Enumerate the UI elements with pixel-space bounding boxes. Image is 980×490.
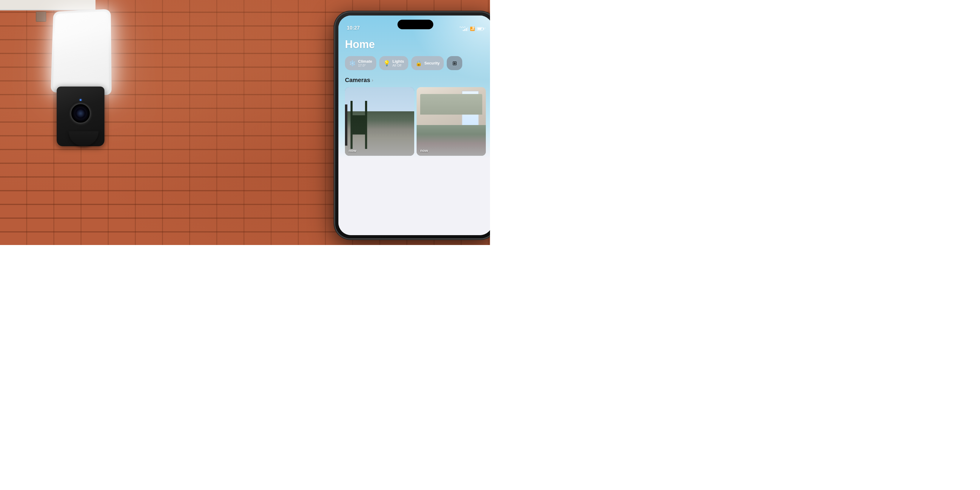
more-icon[interactable]: ···: [481, 24, 486, 31]
camera-lens: [70, 103, 91, 124]
climate-btn-text: Climate 17.0°: [358, 59, 372, 67]
camera-light-panel: [51, 9, 111, 95]
cam-sky: [345, 87, 414, 115]
climate-button[interactable]: ❄️ Climate 17.0°: [345, 56, 376, 70]
cameras-label: Cameras: [345, 77, 370, 84]
outdoor-scene: [345, 87, 414, 156]
security-icon: 🔒: [415, 60, 422, 67]
climate-label: Climate: [358, 59, 372, 64]
status-time: 10:27: [347, 25, 360, 31]
more-tiles-button[interactable]: ⊞: [447, 56, 462, 70]
background-wall: 10:27 📶: [0, 0, 490, 245]
cameras-section: Cameras ›: [345, 77, 486, 156]
lights-icon: 💡: [383, 60, 390, 67]
camera-lens-inner: [75, 108, 86, 119]
climate-sub: 17.0°: [358, 64, 372, 67]
tiles-icon: ⊞: [452, 60, 457, 67]
climate-icon: ❄️: [349, 60, 356, 67]
outdoor-timestamp: now: [348, 148, 356, 153]
security-button[interactable]: 🔒 Security: [411, 56, 444, 70]
dynamic-island: [398, 20, 433, 29]
indoor-camera-thumb[interactable]: now: [417, 87, 486, 156]
lights-btn-text: Lights All Off: [392, 59, 404, 67]
security-label: Security: [424, 61, 439, 65]
lights-sub: All Off: [392, 64, 404, 67]
home-title: Home: [345, 38, 486, 51]
phone-screen: 10:27 📶: [339, 16, 490, 235]
iphone-device: 10:27 📶: [335, 12, 490, 239]
indoor-scene: [417, 87, 486, 156]
phone-frame: 10:27 📶: [335, 12, 490, 239]
add-icon[interactable]: +: [471, 24, 475, 31]
camera-thumbnails: now now: [345, 87, 486, 156]
quick-actions: ❄️ Climate 17.0° 💡 Lights All Off: [345, 56, 486, 70]
camera-light-inner: [53, 11, 109, 92]
lights-button[interactable]: 💡 Lights All Off: [379, 56, 408, 70]
voice-icon[interactable]: 〰: [460, 24, 466, 31]
security-btn-text: Security: [424, 61, 439, 65]
app-content: Home ❄️ Climate 17.0°: [339, 33, 490, 235]
cameras-chevron-icon: ›: [372, 78, 373, 83]
camera-led: [80, 99, 81, 101]
cam-fence-post: [345, 105, 347, 146]
cameras-header[interactable]: Cameras ›: [345, 77, 486, 84]
security-camera-fixture: [42, 9, 125, 146]
indoor-timestamp: now: [420, 148, 428, 153]
outdoor-camera-thumb[interactable]: now: [345, 87, 414, 156]
cam-bed-pillow: [420, 94, 482, 115]
lights-label: Lights: [392, 59, 404, 64]
toolbar-icons: 〰 + ···: [453, 16, 490, 33]
